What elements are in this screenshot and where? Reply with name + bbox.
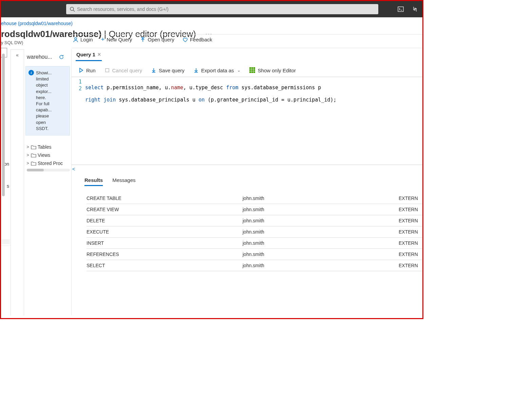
scrollbar-thumb[interactable] [2, 54, 5, 196]
sidebar-title: warehou... [27, 54, 57, 60]
tree-label: Stored Proc [38, 161, 63, 166]
editor-action-bar: Run Cancel query Save query Export data … [72, 61, 422, 77]
breadcrumb-link[interactable]: ehouse (prodsqldw01/warehouse) [1, 21, 73, 26]
table-row: REFERENCESjohn.smithEXTERN [87, 249, 422, 260]
run-button[interactable]: Run [78, 68, 96, 73]
feedback-button[interactable]: Feedback [183, 37, 212, 42]
folder-icon [31, 145, 36, 149]
save-query-button[interactable]: Save query [151, 68, 185, 73]
tree-item-views[interactable]: > Views [25, 151, 71, 159]
left-nav-scroll-track [2, 239, 10, 244]
folder-icon [31, 161, 36, 166]
left-nav-text-2: s [7, 183, 9, 189]
query-tab-bar: Query 1 ✕ [72, 48, 422, 61]
breadcrumb: ehouse (prodsqldw01/warehouse) [1, 17, 422, 27]
grid-icon [249, 67, 255, 73]
collapse-panel-button[interactable]: « [11, 49, 24, 315]
results-tab-bar: Results Messages [72, 172, 422, 189]
export-data-button[interactable]: Export data as ⌄ [193, 68, 241, 73]
chevron-right-icon: > [26, 161, 30, 166]
login-button[interactable]: Login [73, 37, 93, 42]
svg-point-4 [75, 38, 77, 40]
chevron-down-icon: ⌄ [237, 68, 241, 73]
search-icon [70, 6, 75, 12]
search-input[interactable] [66, 4, 378, 14]
close-tab-icon[interactable]: ✕ [97, 52, 101, 57]
collapse-results-icon[interactable]: < [72, 165, 422, 172]
left-nav-divider [1, 245, 11, 246]
download-icon [151, 68, 156, 73]
new-query-button[interactable]: + New Query [101, 36, 132, 43]
play-icon [78, 68, 84, 73]
tree-item-stored-proc[interactable]: > Stored Proc [25, 159, 71, 167]
global-search[interactable] [66, 4, 378, 14]
info-icon: i [28, 70, 34, 75]
heart-icon [183, 37, 188, 42]
chevron-right-icon: > [26, 153, 30, 158]
top-bar [1, 1, 422, 17]
svg-rect-7 [106, 69, 109, 72]
folder-icon [31, 153, 36, 158]
info-text: Showi... limited object explor... here. … [36, 70, 52, 132]
info-banner: i Showi... limited object explor... here… [25, 66, 70, 135]
plus-icon: + [101, 36, 105, 43]
line-gutter: 1 2 [72, 77, 85, 165]
query-tab-1[interactable]: Query 1 ✕ [76, 52, 102, 61]
upload-icon [140, 37, 146, 42]
cloud-shell-icon[interactable] [397, 6, 404, 13]
code-area[interactable]: select p.permission_name, u.name, u.type… [85, 77, 337, 165]
tree-label: Tables [38, 144, 51, 150]
table-row: DELETEjohn.smithEXTERN [87, 215, 422, 226]
chevron-left-double-icon: « [16, 52, 19, 315]
cancel-query-button[interactable]: Cancel query [104, 68, 142, 73]
table-row: CREATE TABLEjohn.smithEXTERN [87, 193, 422, 204]
sidebar-hscroll[interactable] [27, 169, 70, 171]
svg-rect-2 [398, 7, 403, 12]
svg-line-1 [73, 10, 75, 12]
chevron-right-icon: > [26, 145, 30, 149]
directory-switch-icon[interactable] [412, 6, 418, 13]
svg-point-0 [70, 7, 74, 11]
tab-messages[interactable]: Messages [112, 177, 135, 186]
table-row: EXECUTEjohn.smithEXTERN [87, 226, 422, 238]
table-row: INSERTjohn.smithEXTERN [87, 238, 422, 249]
query-tab-label: Query 1 [76, 52, 95, 57]
object-explorer: warehou... i Showi... limited object exp… [24, 49, 72, 315]
sql-editor[interactable]: 1 2 select p.permission_name, u.name, u.… [72, 77, 422, 165]
table-row: SELECTjohn.smithEXTERN [87, 260, 422, 271]
user-icon [73, 37, 78, 42]
table-row: CREATE VIEWjohn.smithEXTERN [87, 204, 422, 215]
stop-icon [104, 68, 110, 73]
show-editor-only-button[interactable]: Show only Editor [249, 67, 296, 73]
results-grid[interactable]: CREATE TABLEjohn.smithEXTERN CREATE VIEW… [72, 189, 422, 271]
open-query-button[interactable]: Open query [140, 37, 174, 42]
command-bar: Login + New Query Open query Feedback [71, 35, 422, 48]
tab-results[interactable]: Results [84, 177, 103, 186]
tree-label: Views [38, 152, 50, 158]
tree-item-tables[interactable]: > Tables [25, 143, 71, 151]
refresh-icon[interactable] [59, 54, 64, 60]
download-icon [193, 68, 199, 73]
